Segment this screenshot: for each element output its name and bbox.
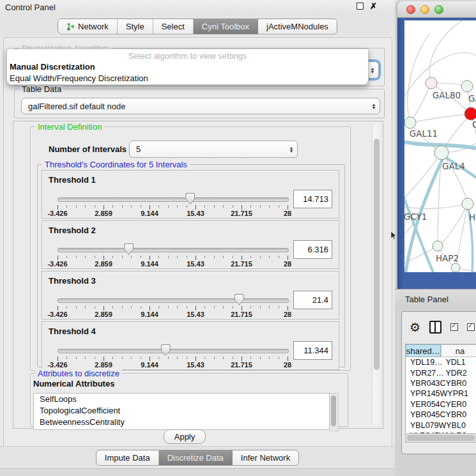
network-edge[interactable] — [404, 153, 441, 206]
num-intervals-combo[interactable]: 5 ▲▼ — [129, 141, 298, 158]
threshold-slider[interactable]: -3.4262.8599.14415.4321.71528 — [58, 193, 288, 216]
node-label-gal4: GAL4 — [442, 161, 465, 171]
cell-shared-name: YBL079W — [406, 421, 446, 430]
tick-label: -3.426 — [47, 260, 67, 268]
threshold-value-field[interactable]: 11.344 — [293, 341, 332, 360]
network-edge[interactable] — [438, 204, 468, 246]
network-view-window: GAL80GACGAL11GAL4GCY1HHAP2 — [397, 1, 476, 289]
node-hap2[interactable] — [433, 241, 443, 251]
tab-label: Infer Network — [241, 453, 290, 463]
tick-label: 2.859 — [95, 311, 112, 318]
threshold-slider[interactable]: -3.4262.8599.14415.4321.71528 — [58, 344, 288, 367]
split-columns-icon[interactable] — [429, 321, 441, 334]
tick-mark — [112, 256, 113, 258]
tick-mark — [112, 205, 113, 208]
network-edge[interactable] — [410, 114, 471, 123]
table-data-combo[interactable]: galFiltered.sif default node ▲▼ — [21, 98, 380, 114]
slider-thumb[interactable] — [161, 344, 171, 356]
tab-select[interactable]: Select — [153, 19, 194, 34]
minimize-traffic-light-icon[interactable] — [420, 5, 429, 14]
float-window-icon[interactable] — [357, 3, 364, 10]
tick-label: -3.426 — [47, 210, 67, 217]
network-edge[interactable] — [404, 204, 468, 208]
tab-style[interactable]: Style — [118, 19, 153, 34]
table-toolbar: ⚙ — [402, 312, 476, 342]
combo-arrows-icon: ▲▼ — [286, 146, 297, 153]
network-canvas[interactable]: GAL80GACGAL11GAL4GCY1HHAP2 — [404, 20, 476, 272]
threshold-slider[interactable]: -3.4262.8599.14415.4321.71528 — [58, 294, 288, 317]
threshold-value-field[interactable]: 21.4 — [293, 291, 332, 309]
settings-scrollbar[interactable] — [372, 122, 381, 426]
algorithm-option-manual-discretization[interactable]: Manual Discretization — [10, 62, 95, 72]
node-bottom[interactable] — [451, 263, 460, 272]
table-horizontal-scrollbar[interactable] — [405, 433, 476, 443]
tick-mark — [58, 306, 58, 311]
network-edge[interactable] — [441, 153, 468, 204]
interval-definition-group: Interval Definition Number of Intervals … — [30, 127, 351, 371]
tick-mark — [150, 256, 150, 260]
column-header-shared-[interactable]: shared… — [406, 344, 441, 357]
checkbox-icon[interactable] — [467, 323, 475, 331]
threshold-value-field[interactable]: 14.713 — [293, 190, 332, 208]
threshold-value-field[interactable]: 6.316 — [293, 240, 332, 259]
node-gal80[interactable] — [426, 77, 437, 89]
slider-thumb[interactable] — [234, 294, 244, 305]
tick-mark — [177, 306, 178, 309]
tick-mark — [233, 306, 233, 309]
close-traffic-light-icon[interactable] — [406, 5, 415, 14]
tick-label: 2.859 — [95, 260, 112, 268]
zoom-traffic-light-icon[interactable] — [434, 5, 443, 14]
tick-mark — [158, 256, 159, 258]
tick-mark — [131, 256, 132, 258]
algorithm-option-equal-width-frequency-discretization[interactable]: Equal Width/Frequency Discretization — [10, 73, 148, 83]
network-graph: GAL80GACGAL11GAL4GCY1HHAP2 — [404, 20, 476, 272]
attribute-item-betweennesscentrality[interactable]: BetweennessCentrality — [34, 417, 329, 428]
tick-mark — [66, 256, 67, 258]
numerical-attributes-list[interactable]: SelfLoopsTopologicalCoefficientBetweenne… — [33, 393, 330, 430]
tick-label: 28 — [284, 210, 291, 217]
table-row[interactable]: YDL19…YDL1 — [406, 357, 476, 367]
thresholds-list: Threshold 1-3.4262.8599.14415.4321.71528… — [42, 170, 339, 372]
tick-mark — [250, 256, 251, 258]
table-row[interactable]: YBR045CYBR0 — [406, 410, 476, 420]
tab-infer-network[interactable]: Infer Network — [233, 450, 298, 465]
tab-jactivemnodules[interactable]: jActiveMNodules — [258, 19, 337, 34]
attributes-scroll-thumb[interactable] — [331, 395, 336, 426]
apply-button[interactable]: Apply — [164, 429, 206, 444]
attribute-item-selfloops[interactable]: SelfLoops — [34, 394, 329, 405]
tick-mark — [158, 205, 159, 208]
attributes-list-scrollbar[interactable] — [330, 393, 339, 431]
node-h[interactable] — [462, 198, 473, 210]
table-row[interactable]: YDR27…YDR2 — [406, 367, 476, 378]
close-icon[interactable]: ✗ — [370, 3, 377, 10]
slider-thumb[interactable] — [185, 193, 195, 204]
tab-impute-data[interactable]: Impute Data — [96, 450, 159, 465]
threshold-label: Threshold 1 — [49, 175, 96, 185]
checkbox-icon[interactable] — [450, 323, 458, 331]
table-row[interactable]: YBR043CYBR0 — [406, 378, 476, 388]
network-edge[interactable] — [429, 20, 462, 83]
tick-mark — [112, 306, 113, 309]
table-row[interactable]: YPR145WYPR1 — [406, 388, 476, 399]
network-edge[interactable] — [410, 83, 431, 123]
gear-icon[interactable]: ⚙ — [410, 321, 420, 334]
threshold-slider[interactable]: -3.4262.8599.14415.4321.71528 — [58, 243, 288, 266]
node-selected-red[interactable] — [464, 107, 476, 120]
slider-thumb[interactable] — [124, 243, 134, 255]
settings-scroll-thumb[interactable] — [374, 139, 380, 370]
column-header-na[interactable]: na — [441, 344, 476, 357]
table-row[interactable]: YBL079WYBL0 — [406, 420, 476, 430]
table-hscroll-thumb[interactable] — [407, 435, 475, 441]
tab-network[interactable]: Network — [58, 19, 118, 34]
tab-discretize-data[interactable]: Discretize Data — [159, 450, 233, 465]
tick-mark — [104, 256, 104, 260]
cell-shared-name: YPR145W — [406, 389, 447, 398]
node-label-c: C — [472, 119, 476, 130]
attribute-item-topologicalcoefficient[interactable]: TopologicalCoefficient — [34, 405, 329, 417]
node-top-right[interactable] — [461, 81, 473, 92]
tick-mark — [95, 306, 95, 309]
node-gal4[interactable] — [434, 146, 449, 160]
node-gal11[interactable] — [404, 117, 416, 128]
tab-cyni-toolbox[interactable]: Cyni Toolbox — [194, 19, 258, 34]
table-row[interactable]: YER054CYER0 — [406, 399, 476, 410]
